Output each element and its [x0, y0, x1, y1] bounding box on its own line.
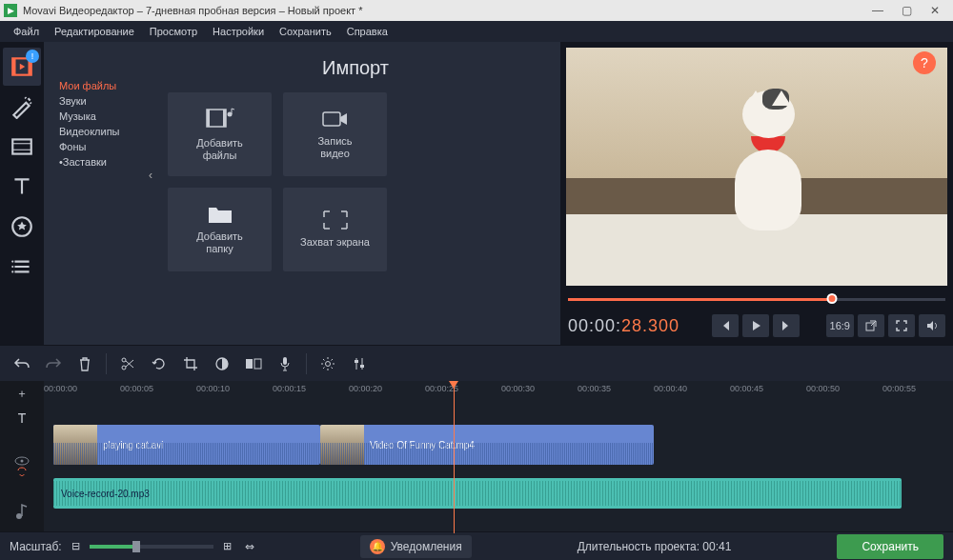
undo-button[interactable] [8, 350, 36, 377]
preview-panel: 00:00:28.300 16:9 [560, 42, 953, 345]
video-clip-2[interactable]: Video Of Funny Cat.mp4 [320, 425, 654, 465]
cat-sounds[interactable]: Звуки [53, 93, 160, 109]
edit-toolbar [0, 345, 953, 381]
tick: 00:00:05 [120, 384, 153, 393]
cat-myfiles[interactable]: Мои файлы [53, 78, 160, 93]
maximize-button[interactable]: ▢ [892, 4, 921, 17]
detach-button[interactable] [858, 314, 884, 337]
sidebar-titles[interactable] [3, 168, 41, 206]
minimize-button[interactable]: — [863, 4, 892, 17]
import-panel: Мои файлы Звуки Музыка Видеоклипы Фоны •… [44, 42, 560, 345]
menu-save[interactable]: Сохранить [272, 26, 339, 37]
folder-icon [207, 204, 233, 225]
tick: 00:00:20 [349, 384, 382, 393]
tile-label: Захват экрана [300, 236, 370, 249]
music-note-icon [15, 503, 29, 520]
menu-settings[interactable]: Настройки [205, 26, 272, 37]
text-icon [10, 174, 34, 199]
next-button[interactable] [773, 314, 800, 337]
record-audio-button[interactable] [271, 350, 299, 377]
tile-record-video[interactable]: Запись видео [283, 92, 387, 176]
preview-content [711, 90, 825, 230]
star-circle-icon [10, 214, 34, 239]
clip-label: Voice-record-20.mp3 [53, 489, 150, 499]
sidebar-import[interactable]: ! [3, 48, 41, 86]
color-button[interactable] [208, 350, 236, 377]
menubar: Файл Редактирование Просмотр Настройки С… [0, 21, 953, 42]
save-button[interactable]: Сохранить [837, 534, 943, 559]
tile-screen-capture[interactable]: Захват экрана [283, 188, 387, 271]
zoom-out-icon[interactable]: ⊟ [71, 540, 80, 552]
close-button[interactable]: ✕ [921, 4, 949, 17]
aspect-ratio[interactable]: 16:9 [826, 314, 854, 337]
scrub-bar[interactable] [568, 293, 945, 305]
timeline-tracks[interactable]: 00:00:00 00:00:05 00:00:10 00:00:15 00:0… [44, 381, 953, 533]
filmstrip-icon [10, 134, 34, 159]
cat-intros[interactable]: •Заставки [53, 154, 160, 170]
preview-viewport[interactable] [566, 48, 947, 286]
delete-button[interactable] [71, 350, 99, 377]
audio-track[interactable]: Voice-record-20.mp3 [44, 478, 953, 509]
volume-button[interactable] [919, 314, 945, 337]
clip-properties-button[interactable] [314, 350, 342, 377]
tile-add-files[interactable]: Добавить файлы [168, 92, 272, 176]
play-button[interactable] [742, 314, 769, 337]
undo-icon [13, 356, 30, 371]
video-track[interactable]: playing cat.avi Video Of Funny Cat.mp4 [44, 425, 953, 465]
transition-button[interactable] [239, 350, 268, 377]
zoom-slider[interactable] [90, 545, 213, 549]
prev-button[interactable] [712, 314, 739, 337]
video-track-toggle[interactable] [13, 455, 30, 478]
svg-rect-20 [254, 359, 261, 369]
titlebar: ▶ Movavi Видеоредактор – 7-дневная пробн… [0, 0, 953, 21]
collapse-handle[interactable]: ‹ [149, 169, 162, 182]
audio-clip-1[interactable]: Voice-record-20.mp3 [53, 478, 902, 509]
sidebar-transitions[interactable] [3, 128, 41, 166]
svg-point-26 [21, 460, 24, 463]
contrast-icon [214, 356, 230, 371]
filmstrip-music-icon [206, 107, 234, 131]
svg-rect-24 [360, 365, 364, 368]
crop-icon [183, 356, 198, 371]
cat-videoclips[interactable]: Видеоклипы [53, 124, 160, 139]
zoom-in-icon[interactable]: ⊞ [223, 540, 232, 552]
svg-rect-21 [283, 357, 287, 365]
import-categories: Мои файлы Звуки Музыка Видеоклипы Фоны •… [53, 51, 160, 335]
skip-back-icon [719, 319, 732, 332]
adjustment-button[interactable] [345, 350, 374, 377]
help-button[interactable]: ? [913, 51, 936, 74]
menu-view[interactable]: Просмотр [142, 26, 205, 37]
scissors-icon [120, 356, 135, 371]
sidebar-stickers[interactable] [3, 208, 41, 246]
fit-icon[interactable]: ⇔ [245, 540, 254, 553]
tick: 00:00:55 [882, 384, 916, 393]
rotate-button[interactable] [145, 350, 173, 377]
tick: 00:00:30 [501, 384, 535, 393]
menu-help[interactable]: Справка [339, 26, 395, 37]
playhead[interactable] [454, 381, 455, 533]
zoom-label: Масштаб: [10, 540, 62, 553]
sidebar-more[interactable] [3, 248, 41, 286]
tile-label: Добавить файлы [196, 137, 243, 162]
status-bar: Масштаб: ⊟ ⊞ ⇔ 🔔 Уведомления Длительност… [0, 531, 953, 560]
audio-track-toggle[interactable] [15, 503, 29, 520]
bell-icon: 🔔 [370, 539, 385, 554]
tick: 00:00:40 [654, 384, 687, 393]
add-track-button[interactable]: ＋ [8, 385, 36, 402]
menu-file[interactable]: Файл [6, 26, 47, 37]
menu-edit[interactable]: Редактирование [47, 26, 142, 37]
cut-button[interactable] [113, 350, 142, 377]
crop-button[interactable] [176, 350, 205, 377]
cat-backgrounds[interactable]: Фоны [53, 139, 160, 154]
redo-button[interactable] [39, 350, 68, 377]
video-clip-1[interactable]: playing cat.avi [53, 425, 320, 465]
tile-add-folder[interactable]: Добавить папку [168, 188, 272, 271]
camera-icon [321, 109, 350, 130]
notifications-button[interactable]: 🔔 Уведомления [360, 535, 472, 558]
notif-label: Уведомления [391, 540, 462, 553]
sidebar-filters[interactable] [3, 88, 41, 126]
cat-music[interactable]: Музыка [53, 109, 160, 124]
time-ruler[interactable]: 00:00:00 00:00:05 00:00:10 00:00:15 00:0… [44, 381, 953, 400]
fullscreen-button[interactable] [888, 314, 915, 337]
tick: 00:00:15 [273, 384, 306, 393]
